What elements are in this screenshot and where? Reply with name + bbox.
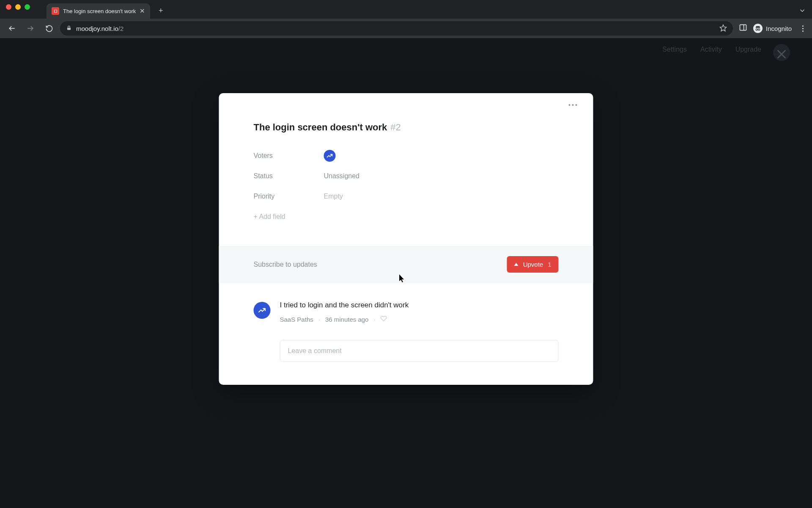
address-host: moodjoy.nolt.io [76, 25, 118, 32]
panel-icon[interactable] [739, 23, 747, 33]
window-close-dot[interactable] [6, 4, 11, 10]
incognito-icon [753, 24, 763, 33]
comment-avatar[interactable] [254, 302, 271, 319]
tab-overflow-icon[interactable] [798, 7, 806, 16]
issue-more-menu-icon[interactable] [567, 102, 579, 108]
nav-settings[interactable]: Settings [662, 46, 687, 53]
address-bar[interactable]: moodjoy.nolt.io/2 [60, 21, 733, 36]
svg-point-6 [756, 29, 757, 30]
comment-meta: SaaS Paths · 36 minutes ago · [280, 315, 559, 323]
upvote-arrow-icon [514, 263, 518, 266]
svg-point-7 [758, 29, 760, 30]
like-heart-icon[interactable] [381, 315, 387, 323]
window-traffic-lights [6, 4, 30, 10]
bookmark-star-icon[interactable] [719, 24, 727, 33]
comment-time: 36 minutes ago [325, 316, 369, 323]
browser-tab-strip: The login screen doesn't work ✕ + [0, 0, 812, 19]
nav-activity[interactable]: Activity [700, 46, 722, 53]
field-voters: Voters [254, 146, 559, 166]
modal-close-icon[interactable] [775, 47, 788, 61]
tab-close-icon[interactable]: ✕ [140, 7, 145, 15]
page-top-nav: Settings Activity Upgrade [662, 46, 761, 53]
back-button[interactable] [4, 21, 19, 36]
voters-label: Voters [254, 152, 324, 160]
browser-tab[interactable]: The login screen doesn't work ✕ [47, 3, 150, 19]
upvote-button[interactable]: Upvote 1 [507, 256, 559, 273]
svg-rect-2 [67, 28, 71, 30]
add-field-button[interactable]: + Add field [254, 213, 285, 221]
status-label: Status [254, 172, 324, 180]
subscribe-link[interactable]: Subscribe to updates [254, 261, 317, 268]
new-tab-button[interactable]: + [154, 4, 167, 17]
status-value: Unassigned [324, 172, 360, 180]
incognito-label: Incognito [766, 25, 792, 32]
svg-rect-4 [740, 25, 746, 30]
issue-title: The login screen doesn't work [254, 122, 387, 133]
window-minimize-dot[interactable] [15, 4, 21, 10]
page-backdrop: Settings Activity Upgrade The login scre… [0, 38, 812, 508]
tab-favicon [52, 7, 59, 15]
issue-id: #2 [390, 122, 401, 133]
address-path: /2 [118, 25, 124, 32]
comment-author[interactable]: SaaS Paths [280, 316, 313, 323]
voter-avatar[interactable] [324, 150, 336, 162]
upvote-count: 1 [548, 261, 551, 268]
meta-separator: · [318, 316, 320, 323]
window-maximize-dot[interactable] [25, 4, 30, 10]
issue-title-row: The login screen doesn't work #2 [254, 122, 559, 133]
comment-text: I tried to login and the screen didn't w… [280, 301, 559, 309]
priority-label: Priority [254, 193, 324, 200]
add-field-row[interactable]: + Add field [254, 207, 559, 227]
incognito-indicator[interactable]: Incognito [753, 24, 792, 33]
upvote-label: Upvote [523, 261, 543, 268]
nav-upgrade[interactable]: Upgrade [735, 46, 761, 53]
meta-separator: · [373, 316, 375, 323]
field-priority[interactable]: Priority Empty [254, 186, 559, 207]
browser-menu-icon[interactable] [798, 25, 808, 32]
reload-button[interactable] [41, 21, 57, 36]
comment: I tried to login and the screen didn't w… [254, 301, 559, 323]
forward-button[interactable] [23, 21, 38, 36]
field-status[interactable]: Status Unassigned [254, 166, 559, 186]
comment-input[interactable] [280, 340, 559, 362]
svg-marker-3 [720, 25, 727, 31]
issue-modal: The login screen doesn't work #2 Voters … [219, 93, 593, 385]
subscribe-bar: Subscribe to updates Upvote 1 [219, 246, 593, 282]
tab-title: The login screen doesn't work [63, 8, 136, 14]
browser-toolbar: moodjoy.nolt.io/2 Incognito [0, 19, 812, 38]
lock-icon [66, 25, 72, 32]
priority-value: Empty [324, 193, 343, 200]
